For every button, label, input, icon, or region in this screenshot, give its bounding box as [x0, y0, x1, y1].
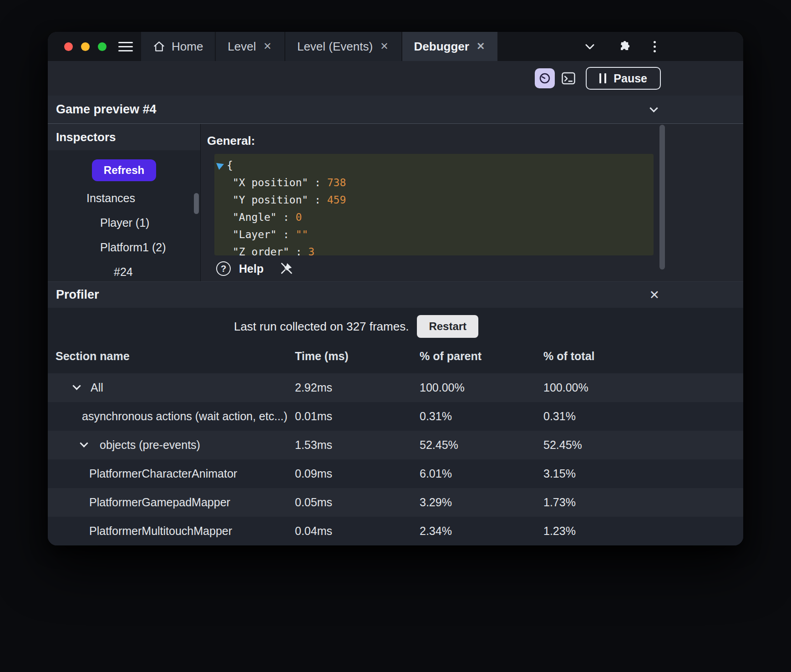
tab-bar: Home Level ✕ Level (Events) ✕ Debugger ✕ [141, 32, 497, 61]
inspectors-panel: Inspectors Refresh Instances Player (1) … [48, 124, 201, 281]
section-name: asynchronous actions (wait action, etc..… [82, 410, 288, 423]
pause-button[interactable]: Pause [586, 67, 661, 90]
time-cell: 0.01ms [295, 410, 420, 423]
tab-home[interactable]: Home [141, 32, 215, 61]
column-header-time: Time (ms) [295, 350, 420, 363]
inspectors-title: Inspectors [48, 124, 200, 150]
column-header-percent-parent: % of parent [420, 350, 543, 363]
profiler-table-header: Section name Time (ms) % of parent % of … [48, 339, 743, 373]
gauge-icon [538, 72, 551, 85]
pause-label: Pause [614, 72, 647, 85]
tab-level[interactable]: Level ✕ [216, 32, 284, 61]
inspectors-scrollbar-thumb[interactable] [194, 193, 199, 214]
profiler-status-text: Last run collected on 327 frames. [234, 320, 409, 334]
percent-parent-cell: 52.45% [420, 438, 543, 452]
percent-parent-cell: 2.34% [420, 524, 543, 538]
tab-label: Home [172, 40, 203, 54]
percent-parent-cell: 0.31% [420, 410, 543, 423]
json-line: "Angle" : 0 [214, 209, 654, 226]
profiler-body: Last run collected on 327 frames. Restar… [48, 308, 743, 545]
hamburger-menu-icon[interactable] [118, 32, 133, 61]
close-icon[interactable]: ✕ [379, 39, 389, 54]
game-preview-header: Game preview #4 [48, 96, 743, 124]
percent-total-cell: 1.23% [543, 524, 743, 538]
refresh-button[interactable]: Refresh [92, 159, 156, 181]
expand-chevron-down-icon[interactable] [72, 382, 81, 390]
section-name: PlatformerMultitouchMapper [89, 524, 232, 538]
expand-chevron-down-icon[interactable] [80, 439, 88, 447]
console-button[interactable] [561, 71, 576, 86]
tab-label: Debugger [414, 40, 469, 54]
inspectors-tree: Instances Player (1) Platform1 (2) #24 [48, 186, 200, 284]
close-icon[interactable]: ✕ [649, 288, 659, 302]
collapse-chevron-down-icon[interactable] [649, 104, 658, 112]
section-name: All [91, 381, 103, 394]
restart-button[interactable]: Restart [417, 315, 478, 338]
extensions-puzzle-icon[interactable] [617, 40, 631, 53]
percent-total-cell: 0.31% [543, 410, 743, 423]
minimize-window-button[interactable] [81, 42, 90, 51]
time-cell: 0.04ms [295, 524, 420, 538]
more-options-kebab-icon[interactable] [652, 39, 658, 54]
tab-level-events[interactable]: Level (Events) ✕ [285, 32, 401, 61]
profiler-toggle-button[interactable] [535, 68, 555, 88]
time-cell: 0.05ms [295, 496, 420, 509]
table-row: PlatformerGamepadMapper 0.05ms 3.29% 1.7… [48, 488, 743, 517]
properties-json-view: { "X position" : 738 "Y position" : 459 … [214, 154, 654, 255]
table-row: All 2.92ms 100.00% 100.00% [48, 373, 743, 402]
console-icon [561, 71, 576, 86]
inspectors-title-label: Inspectors [56, 130, 116, 144]
time-cell: 1.53ms [295, 438, 420, 452]
close-icon[interactable]: ✕ [476, 39, 486, 54]
profiler-header: Profiler ✕ [48, 281, 743, 308]
general-panel: General: { "X position" : 738 "Y positio… [201, 124, 743, 281]
game-preview-title: Game preview #4 [56, 102, 157, 117]
table-row: PlatformerMultitouchMapper 0.04ms 2.34% … [48, 517, 743, 545]
table-row: asynchronous actions (wait action, etc..… [48, 402, 743, 431]
unpin-icon[interactable] [279, 261, 294, 276]
tree-item-platform1[interactable]: Platform1 (2) [48, 235, 200, 260]
section-name: PlatformerCharacterAnimator [89, 467, 237, 480]
percent-total-cell: 100.00% [543, 381, 743, 394]
tab-debugger[interactable]: Debugger ✕ [402, 32, 498, 61]
column-header-percent-total: % of total [543, 350, 743, 363]
percent-parent-cell: 6.01% [420, 467, 543, 480]
profiler-status-row: Last run collected on 327 frames. Restar… [48, 314, 664, 339]
json-line: "Layer" : "" [214, 226, 654, 243]
json-line: "Y position" : 459 [214, 191, 654, 209]
section-name: PlatformerGamepadMapper [89, 496, 230, 509]
collapse-triangle-icon[interactable] [216, 158, 224, 175]
close-window-button[interactable] [64, 42, 73, 51]
close-icon[interactable]: ✕ [263, 39, 273, 54]
json-line: "Z order" : 3 [214, 243, 654, 255]
time-cell: 0.09ms [295, 467, 420, 480]
profiler-title: Profiler [56, 288, 99, 302]
debugger-toolbar: Pause [48, 61, 743, 96]
help-question-icon[interactable]: ? [216, 261, 231, 276]
traffic-lights [48, 32, 106, 61]
tab-label: Level (Events) [297, 40, 373, 54]
percent-total-cell: 1.73% [543, 496, 743, 509]
tree-item-instance-24[interactable]: #24 [48, 260, 200, 284]
table-row: objects (pre-events) 1.53ms 52.45% 52.45… [48, 431, 743, 459]
column-header-section-name: Section name [56, 350, 295, 363]
app-window: Home Level ✕ Level (Events) ✕ Debugger ✕ [48, 32, 743, 545]
json-open-brace: { [214, 157, 654, 174]
general-scrollbar-thumb[interactable] [659, 125, 665, 270]
debugger-main: Inspectors Refresh Instances Player (1) … [48, 124, 743, 281]
help-label[interactable]: Help [239, 262, 264, 275]
percent-total-cell: 3.15% [543, 467, 743, 480]
home-icon [153, 41, 165, 53]
percent-parent-cell: 3.29% [420, 496, 543, 509]
titlebar-actions [583, 32, 658, 61]
tree-item-instances[interactable]: Instances [48, 186, 200, 210]
percent-total-cell: 52.45% [543, 438, 743, 452]
zoom-window-button[interactable] [98, 42, 106, 51]
table-row: PlatformerCharacterAnimator 0.09ms 6.01%… [48, 459, 743, 488]
percent-parent-cell: 100.00% [420, 381, 543, 394]
chevron-down-icon[interactable] [583, 40, 596, 53]
section-name: objects (pre-events) [100, 438, 200, 452]
json-line: "X position" : 738 [214, 174, 654, 191]
titlebar: Home Level ✕ Level (Events) ✕ Debugger ✕ [48, 32, 743, 61]
tree-item-player[interactable]: Player (1) [48, 210, 200, 235]
